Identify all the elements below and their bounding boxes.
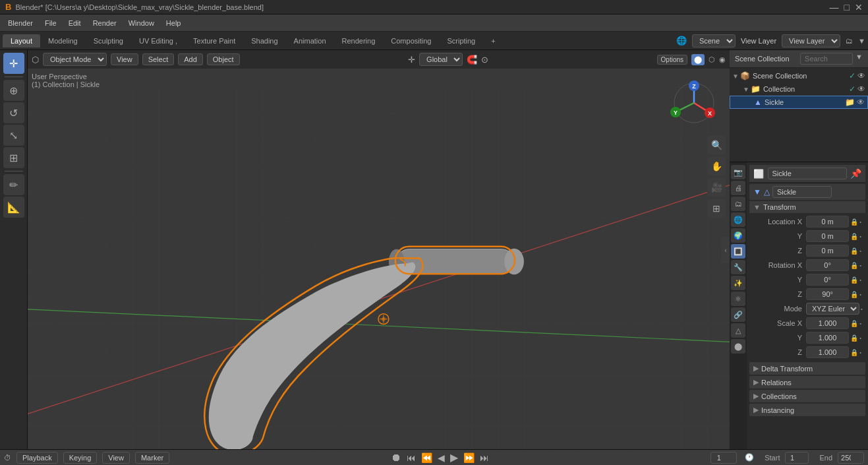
current-frame-input[interactable] — [710, 452, 737, 464]
props-object-tab[interactable]: 🔳 — [731, 244, 745, 259]
outliner-row-collection[interactable]: ▼ 📁 Collection ✓ 👁 — [730, 82, 868, 96]
grid-view[interactable]: ⊞ — [707, 199, 726, 218]
global-selector[interactable]: Global — [419, 53, 463, 66]
instancing-header[interactable]: ▶ Instancing — [749, 404, 865, 416]
lock-sy-icon[interactable]: 🔒 — [850, 334, 858, 342]
filter-icon[interactable]: ▼ — [858, 37, 865, 45]
collapse-panel-button[interactable]: ‹ — [722, 237, 730, 263]
proportional-icon[interactable]: ⊙ — [481, 55, 488, 65]
tab-add[interactable]: + — [483, 34, 503, 47]
play-forward[interactable]: ▶ — [450, 451, 458, 464]
rotate-tool[interactable]: ↺ — [3, 102, 24, 123]
vis-check-collection[interactable]: ✓ — [849, 84, 855, 94]
dot-rz-icon[interactable]: • — [859, 292, 861, 297]
tab-uv-editing[interactable]: UV Editing , — [131, 34, 185, 47]
dot-sx-icon[interactable]: • — [859, 321, 861, 326]
tab-sculpting[interactable]: Sculpting — [86, 34, 131, 47]
play-back[interactable]: ◀ — [438, 452, 445, 463]
vis-check-scene[interactable]: ✓ — [849, 71, 855, 80]
outliner-row-scene-collection[interactable]: ▼ 📦 Scene Collection ✓ 👁 — [730, 69, 868, 82]
menu-edit[interactable]: Edit — [63, 18, 86, 28]
dot-ry-icon[interactable]: • — [859, 277, 861, 283]
snap-icon[interactable]: 🧲 — [467, 55, 477, 65]
jump-start[interactable]: ⏮ — [407, 452, 416, 463]
rotation-z-value[interactable]: 90° — [806, 288, 849, 300]
tab-modeling[interactable]: Modeling — [40, 34, 86, 47]
scale-x-value[interactable]: 1.000 — [806, 317, 849, 329]
step-back[interactable]: ⏪ — [421, 452, 432, 463]
transform-header[interactable]: ▼ Transform — [749, 201, 865, 213]
menu-file[interactable]: File — [40, 18, 62, 28]
tab-animation[interactable]: Animation — [286, 34, 334, 47]
playback-menu[interactable]: Playback — [16, 452, 58, 464]
menu-blender[interactable]: Blender — [3, 18, 38, 28]
pan-tool[interactable]: ✋ — [707, 157, 726, 175]
location-z-value[interactable]: 0 m — [806, 245, 849, 257]
tab-scripting[interactable]: Scripting — [439, 34, 483, 47]
rotation-mode-select[interactable]: XYZ Euler — [806, 303, 859, 315]
lock-rz-icon[interactable]: 🔒 — [850, 291, 858, 298]
object-menu[interactable]: Object — [207, 53, 240, 65]
keyframe-dot[interactable]: ⏺ — [391, 452, 401, 464]
vis-eye-scene[interactable]: 👁 — [857, 71, 865, 80]
step-forward[interactable]: ⏩ — [463, 452, 475, 463]
select-menu[interactable]: Select — [142, 53, 175, 65]
annotate-tool[interactable]: ✏ — [3, 174, 24, 195]
props-physics-tab[interactable]: ⚛ — [731, 292, 745, 306]
outliner-filter-icon[interactable]: ▼ — [855, 53, 863, 65]
options-button[interactable]: Options — [657, 55, 687, 65]
dot-mode-icon[interactable]: • — [861, 306, 863, 312]
tab-shading[interactable]: Shading — [243, 34, 285, 47]
view-menu[interactable]: View — [111, 53, 138, 65]
outliner-search[interactable] — [800, 53, 853, 65]
vis-eye-sickle[interactable]: 👁 — [857, 98, 865, 107]
material-mode[interactable]: ⬡ — [709, 55, 715, 64]
end-frame-input[interactable] — [838, 452, 864, 464]
viewport-scene[interactable] — [28, 87, 730, 449]
view-menu-timeline[interactable]: View — [102, 452, 130, 464]
lock-z-icon[interactable]: 🔒 — [850, 247, 858, 255]
props-render-tab[interactable]: 📷 — [731, 165, 745, 179]
delta-transform-header[interactable]: ▶ Delta Transform — [749, 362, 865, 375]
jump-end[interactable]: ⏭ — [480, 452, 489, 463]
close-button[interactable]: ✕ — [855, 2, 863, 13]
dot-z-icon[interactable]: • — [859, 248, 861, 254]
rotation-y-value[interactable]: 0° — [806, 274, 849, 286]
cursor-tool[interactable]: ✛ — [3, 53, 24, 74]
props-scene-tab[interactable]: 🌐 — [731, 212, 745, 227]
mesh-name-input[interactable] — [772, 186, 832, 198]
vis-eye-collection[interactable]: 👁 — [857, 84, 865, 94]
props-material-tab[interactable]: ⬤ — [731, 339, 745, 354]
viewport-3d[interactable]: ⬡ Object Mode View Select Add Object ✛ G… — [28, 50, 730, 449]
props-constraints-tab[interactable]: 🔗 — [731, 307, 745, 322]
tab-texture-paint[interactable]: Texture Paint — [185, 34, 243, 47]
props-view-layer-tab[interactable]: 🗂 — [731, 197, 745, 211]
props-data-tab[interactable]: △ — [731, 323, 745, 338]
start-frame-input[interactable] — [785, 452, 809, 464]
keying-menu[interactable]: Keying — [63, 452, 98, 464]
lock-sz-icon[interactable]: 🔒 — [850, 349, 858, 356]
scene-selector[interactable]: Scene — [692, 34, 736, 47]
props-modifier-tab[interactable]: 🔧 — [731, 260, 745, 274]
outliner-row-sickle[interactable]: ▲ Sickle 📁 👁 — [730, 96, 868, 109]
lock-y-icon[interactable]: 🔒 — [850, 233, 858, 240]
menu-render[interactable]: Render — [88, 18, 122, 28]
scale-z-value[interactable]: 1.000 — [806, 346, 849, 358]
object-name-input[interactable] — [768, 168, 847, 179]
location-x-value[interactable]: 0 m — [806, 216, 849, 228]
minimize-button[interactable]: — — [830, 2, 839, 13]
measure-tool[interactable]: 📐 — [3, 197, 24, 218]
tab-rendering[interactable]: Rendering — [334, 34, 384, 47]
zoom-to-fit[interactable]: 🔍 — [707, 136, 726, 154]
transform-tool[interactable]: ⊞ — [3, 147, 24, 168]
lock-ry-icon[interactable]: 🔒 — [850, 276, 858, 284]
scale-y-value[interactable]: 1.000 — [806, 332, 849, 344]
dot-x-icon[interactable]: • — [859, 219, 861, 225]
dot-sz-icon[interactable]: • — [859, 350, 861, 356]
move-tool[interactable]: ⊕ — [3, 80, 24, 101]
grid-background[interactable] — [28, 69, 730, 449]
maximize-button[interactable]: □ — [844, 2, 850, 13]
lock-rx-icon[interactable]: 🔒 — [850, 262, 858, 269]
props-world-tab[interactable]: 🌍 — [731, 228, 745, 243]
marker-menu[interactable]: Marker — [135, 452, 169, 464]
